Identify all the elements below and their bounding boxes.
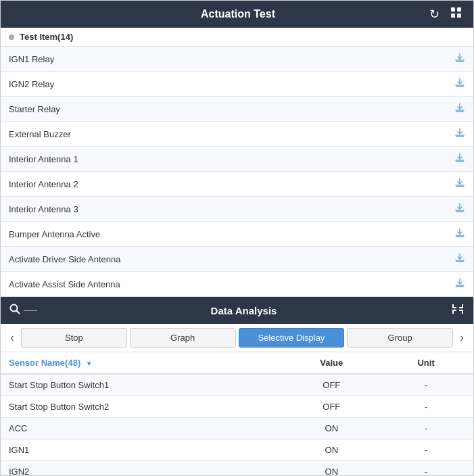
value-cell: ON [284, 461, 379, 476]
download-icon[interactable] [454, 77, 465, 91]
table-row[interactable]: Start Stop Button Switch2 OFF - [1, 396, 473, 418]
test-item-row[interactable]: Interior Antenna 3 [1, 197, 473, 222]
test-item-row[interactable]: Activate Assist Side Antenna [1, 272, 473, 297]
download-icon[interactable] [454, 252, 465, 266]
table-body: Start Stop Button Switch1 OFF - Start St… [1, 374, 473, 475]
svg-rect-9 [456, 186, 464, 187]
sensor-col-header: Sensor Name(48) ▼ [1, 352, 284, 374]
search-underline [24, 310, 37, 311]
svg-rect-3 [457, 14, 461, 18]
svg-rect-10 [456, 211, 464, 212]
item-interior-antenna-3: Interior Antenna 3 [9, 204, 78, 214]
unit-cell: - [379, 418, 473, 439]
test-item-label: Test Item(14) [20, 32, 73, 42]
table-row[interactable]: Start Stop Button Switch1 OFF - [1, 374, 473, 396]
test-item-row[interactable]: IGN2 Relay [1, 72, 473, 97]
svg-rect-6 [456, 111, 464, 112]
test-item-row[interactable]: Activate Driver Side Antenna [1, 247, 473, 272]
svg-rect-1 [457, 7, 461, 11]
svg-line-15 [17, 311, 20, 314]
expand-icon[interactable] [450, 302, 465, 320]
item-external-buzzer: External Buzzer [9, 129, 71, 139]
download-icon[interactable] [454, 202, 465, 216]
grid-button[interactable] [448, 4, 465, 25]
sort-arrow-icon[interactable]: ▼ [86, 360, 93, 367]
grid-icon [450, 8, 463, 22]
download-icon[interactable] [454, 277, 465, 291]
actuation-test-header: Actuation Test ↻ [1, 1, 473, 28]
download-icon[interactable] [454, 102, 465, 116]
svg-rect-0 [451, 7, 455, 11]
download-icon[interactable] [454, 152, 465, 166]
status-dot [9, 34, 14, 40]
selective-display-button[interactable]: Selective Display [239, 328, 345, 348]
toolbar: ‹ Stop Graph Selective Display Group › [1, 324, 473, 352]
sensor-name-cell: IGN1 [1, 439, 284, 461]
unit-cell: - [379, 461, 473, 476]
item-interior-antenna-1: Interior Antenna 1 [9, 154, 78, 164]
actuation-test-title: Actuation Test [49, 8, 427, 20]
test-item-row[interactable]: Interior Antenna 1 [1, 147, 473, 172]
test-item-row[interactable]: Bumper Antenna Active [1, 222, 473, 247]
table-row[interactable]: IGN1 ON - [1, 439, 473, 461]
svg-rect-2 [451, 14, 455, 18]
item-starter-relay: Starter Relay [9, 104, 60, 114]
download-icon[interactable] [454, 127, 465, 141]
table-row[interactable]: ACC ON - [1, 418, 473, 439]
svg-rect-5 [456, 86, 464, 87]
stop-button[interactable]: Stop [21, 328, 127, 348]
svg-rect-7 [456, 136, 464, 137]
unit-col-header: Unit [379, 352, 473, 374]
value-cell: ON [284, 418, 379, 439]
data-analysis-header: Data Analysis [1, 297, 473, 324]
item-ign1-relay: IGN1 Relay [9, 54, 54, 64]
item-interior-antenna-2: Interior Antenna 2 [9, 179, 78, 189]
svg-rect-4 [456, 61, 464, 62]
sensor-name-cell: IGN2 [1, 461, 284, 476]
svg-rect-8 [456, 161, 464, 162]
item-driver-antenna: Activate Driver Side Antenna [9, 254, 120, 264]
sensor-name-cell: ACC [1, 418, 284, 439]
table-header-row: Sensor Name(48) ▼ Value Unit [1, 352, 473, 374]
item-ign2-relay: IGN2 Relay [9, 79, 54, 89]
download-icon[interactable] [454, 177, 465, 191]
value-col-header: Value [284, 352, 379, 374]
unit-cell: - [379, 439, 473, 461]
svg-rect-13 [456, 286, 464, 287]
graph-button[interactable]: Graph [130, 328, 236, 348]
value-cell: ON [284, 439, 379, 461]
test-item-header: Test Item(14) [1, 28, 473, 47]
test-item-row[interactable]: External Buzzer [1, 122, 473, 147]
refresh-icon: ↻ [429, 7, 440, 21]
value-cell: OFF [284, 396, 379, 418]
item-assist-antenna: Activate Assist Side Antenna [9, 279, 120, 289]
table-row[interactable]: IGN2 ON - [1, 461, 473, 476]
test-item-row[interactable]: Starter Relay [1, 97, 473, 122]
item-bumper-antenna: Bumper Antenna Active [9, 229, 100, 239]
svg-rect-11 [456, 236, 464, 237]
download-icon[interactable] [454, 227, 465, 241]
next-button[interactable]: › [456, 328, 468, 348]
prev-button[interactable]: ‹ [6, 328, 18, 348]
sensor-name-cell: Start Stop Button Switch2 [1, 396, 284, 418]
unit-cell: - [379, 396, 473, 418]
data-table-container[interactable]: Sensor Name(48) ▼ Value Unit Start Stop … [1, 352, 473, 475]
group-button[interactable]: Group [347, 328, 453, 348]
download-icon[interactable] [454, 52, 465, 66]
main-container: Actuation Test ↻ Test Item(14) [0, 0, 474, 476]
refresh-button[interactable]: ↻ [427, 4, 442, 25]
unit-cell: - [379, 374, 473, 396]
search-icon[interactable] [9, 303, 21, 318]
test-item-row[interactable]: Interior Antenna 2 [1, 172, 473, 197]
value-cell: OFF [284, 374, 379, 396]
test-items-section: Test Item(14) IGN1 Relay IGN2 Relay Star… [1, 28, 473, 297]
search-area [9, 303, 37, 318]
test-items-list: IGN1 Relay IGN2 Relay Starter Relay Exte… [1, 47, 473, 297]
sensor-name-cell: Start Stop Button Switch1 [1, 374, 284, 396]
data-analysis-title: Data Analysis [37, 305, 450, 316]
svg-point-14 [11, 305, 18, 312]
test-item-row[interactable]: IGN1 Relay [1, 47, 473, 72]
data-table: Sensor Name(48) ▼ Value Unit Start Stop … [1, 352, 473, 475]
svg-rect-12 [456, 261, 464, 262]
